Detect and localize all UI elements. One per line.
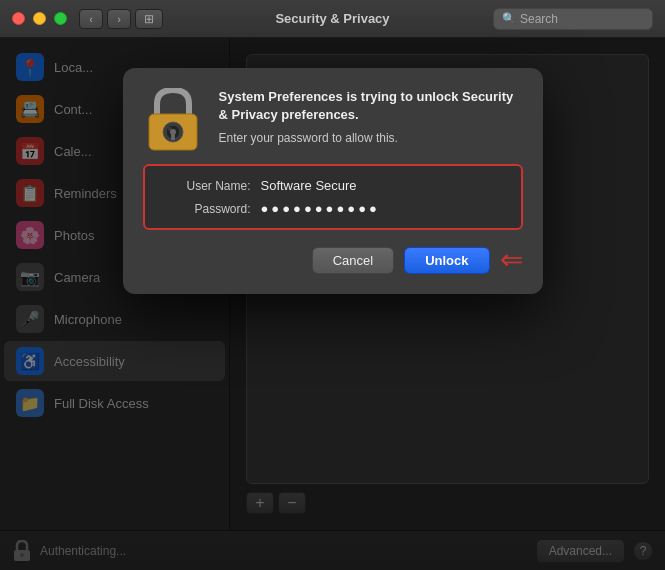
password-dots: ●●●●●●●●●●● [261, 201, 380, 216]
password-row: Password: ●●●●●●●●●●● [161, 201, 505, 216]
username-value: Software Secure [261, 178, 505, 193]
modal-title: System Preferences is trying to unlock S… [219, 88, 523, 124]
modal-footer: Cancel Unlock ⇐ [143, 246, 523, 274]
modal-overlay: System Preferences is trying to unlock S… [0, 38, 665, 570]
minimize-button[interactable] [33, 12, 46, 25]
search-box[interactable]: 🔍 Search [493, 8, 653, 30]
forward-button[interactable]: › [107, 9, 131, 29]
modal-text-content: System Preferences is trying to unlock S… [219, 88, 523, 147]
lock-image [143, 88, 203, 148]
window-title: Security & Privacy [275, 11, 389, 26]
modal-subtitle: Enter your password to allow this. [219, 130, 523, 147]
credential-form: User Name: Software Secure Password: ●●●… [143, 164, 523, 230]
svg-rect-8 [171, 134, 175, 140]
arrow-icon: ⇐ [500, 246, 523, 274]
search-input[interactable]: Search [520, 12, 558, 26]
close-button[interactable] [12, 12, 25, 25]
titlebar: ‹ › ⊞ Security & Privacy 🔍 Search [0, 0, 665, 38]
username-label: User Name: [161, 179, 251, 193]
password-label: Password: [161, 202, 251, 216]
search-icon: 🔍 [502, 12, 516, 25]
cancel-button[interactable]: Cancel [312, 247, 394, 274]
back-button[interactable]: ‹ [79, 9, 103, 29]
username-row: User Name: Software Secure [161, 178, 505, 193]
modal-header: System Preferences is trying to unlock S… [143, 88, 523, 148]
traffic-lights [12, 12, 67, 25]
nav-buttons: ‹ › [79, 9, 131, 29]
grid-button[interactable]: ⊞ [135, 9, 163, 29]
unlock-modal: System Preferences is trying to unlock S… [123, 68, 543, 294]
unlock-button[interactable]: Unlock [404, 247, 489, 274]
fullscreen-button[interactable] [54, 12, 67, 25]
